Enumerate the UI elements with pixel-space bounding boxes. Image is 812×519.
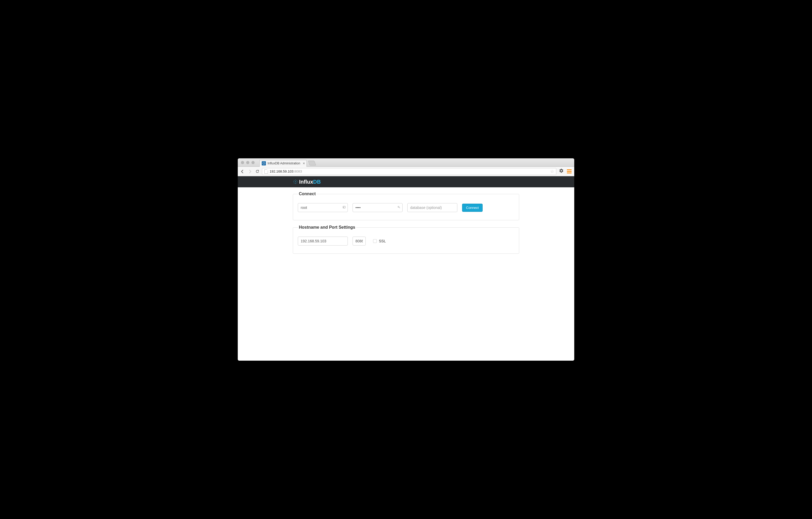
username-input[interactable]	[298, 203, 348, 212]
svg-point-12	[296, 180, 297, 181]
page-icon	[264, 169, 268, 173]
svg-point-2	[263, 163, 263, 163]
browser-toolbar: 192.168.59.103:8083 ☆	[238, 167, 574, 176]
back-button[interactable]	[240, 169, 245, 174]
hamburger-menu-icon[interactable]	[567, 169, 572, 174]
svg-point-8	[295, 183, 296, 184]
svg-point-7	[295, 180, 296, 180]
browser-tab[interactable]: InfluxDB Administration ×	[259, 160, 307, 167]
bookmark-star-icon[interactable]: ☆	[550, 169, 554, 174]
connect-panel: Connect Connect	[293, 192, 519, 220]
tab-title: InfluxDB Administration	[267, 162, 300, 165]
browser-window: InfluxDB Administration × 192.168.59.103…	[238, 158, 574, 361]
svg-point-11	[294, 180, 294, 181]
connect-button[interactable]: Connect	[462, 203, 483, 212]
svg-point-9	[293, 182, 294, 182]
page-viewport: InfluxDB Connect	[238, 176, 574, 361]
database-input[interactable]	[407, 203, 457, 212]
svg-point-10	[297, 182, 297, 182]
tab-strip: InfluxDB Administration ×	[238, 158, 574, 167]
url-port: :8083	[293, 169, 302, 173]
url-text: 192.168.59.103:8083	[270, 169, 302, 173]
traffic-light-close[interactable]	[241, 161, 244, 164]
traffic-light-minimize[interactable]	[246, 161, 249, 164]
logo-text-influx: Influx	[299, 179, 313, 185]
new-tab-button[interactable]	[308, 161, 316, 165]
url-host: 192.168.59.103	[270, 169, 293, 173]
arrow-left-icon	[240, 169, 244, 173]
traffic-lights	[241, 161, 255, 164]
arrow-right-icon	[248, 169, 252, 173]
ssl-checkbox[interactable]	[373, 239, 377, 243]
app-header: InfluxDB	[238, 176, 574, 187]
reload-button[interactable]	[255, 169, 260, 174]
influxdb-logo[interactable]: InfluxDB	[293, 179, 321, 185]
reload-icon	[255, 169, 259, 173]
address-bar[interactable]: 192.168.59.103:8083 ☆	[262, 168, 556, 175]
svg-point-1	[264, 163, 264, 164]
influxdb-logo-icon	[293, 179, 298, 184]
connect-legend: Connect	[298, 192, 317, 196]
logo-text-db: DB	[313, 179, 321, 185]
host-settings-legend: Hostname and Port Settings	[298, 225, 356, 230]
tab-favicon-icon	[262, 161, 266, 165]
ssl-label: SSL	[379, 239, 386, 243]
close-icon[interactable]: ×	[303, 161, 305, 165]
forward-button[interactable]	[247, 169, 253, 174]
port-input[interactable]	[352, 237, 366, 246]
traffic-light-zoom[interactable]	[252, 161, 255, 164]
svg-point-3	[264, 163, 265, 163]
svg-point-13	[294, 183, 294, 183]
settings-gear-icon[interactable]	[558, 168, 564, 174]
hostname-input[interactable]	[298, 237, 348, 246]
main-content: Connect Connect	[293, 187, 519, 254]
host-settings-panel: Hostname and Port Settings SSL	[293, 225, 519, 254]
svg-point-14	[296, 183, 297, 183]
svg-point-6	[295, 182, 296, 182]
ssl-checkbox-wrap[interactable]: SSL	[373, 239, 386, 243]
password-input[interactable]	[352, 203, 403, 212]
